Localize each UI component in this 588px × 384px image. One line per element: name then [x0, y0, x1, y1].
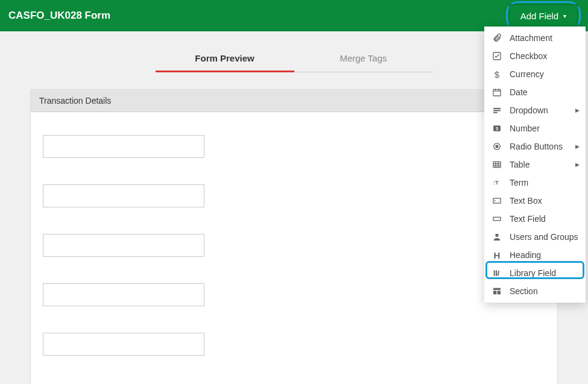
svg-rect-18 — [493, 198, 501, 203]
menu-label: Dropdown — [510, 105, 548, 115]
svg-rect-23 — [496, 270, 497, 275]
tab-form-preview[interactable]: Form Preview — [156, 47, 294, 72]
menu-label: Section — [510, 286, 538, 296]
menu-item-attachment[interactable]: Attachment — [484, 29, 586, 47]
chevron-right-icon: ▶ — [575, 162, 580, 168]
menu-item-usersgroups[interactable]: Users and Groups — [484, 228, 586, 246]
menu-item-date[interactable]: Date — [484, 83, 586, 101]
number-icon: 5 — [492, 123, 502, 134]
chevron-down-icon: ▾ — [563, 13, 566, 19]
svg-rect-6 — [493, 110, 501, 111]
add-field-button[interactable]: Add Field ▾ — [509, 4, 578, 27]
term-icon: :T — [492, 177, 502, 188]
svg-rect-20 — [493, 217, 501, 220]
form-field-3[interactable] — [43, 234, 204, 257]
svg-rect-1 — [493, 89, 501, 96]
add-field-label: Add Field — [520, 11, 558, 21]
form-field-4[interactable] — [43, 283, 204, 306]
chevron-right-icon: ▶ — [575, 107, 580, 113]
add-field-highlight: Add Field ▾ — [506, 1, 581, 30]
textbox-icon — [492, 195, 502, 206]
menu-item-radio[interactable]: Radio Buttons ▶ — [484, 137, 586, 156]
section-header: Transaction Details — [31, 90, 557, 112]
add-field-dropdown: Attachment Checkbox $ Currency Date — [484, 27, 586, 303]
user-icon — [492, 231, 502, 242]
tab-merge-tags[interactable]: Merge Tags — [294, 47, 433, 72]
menu-item-term[interactable]: :T Term — [484, 174, 586, 192]
menu-label: Number — [510, 124, 540, 133]
svg-rect-27 — [498, 291, 501, 294]
menu-item-heading[interactable]: H Heading — [484, 246, 586, 264]
menu-item-library[interactable]: Library Field — [484, 264, 586, 282]
chevron-right-icon: ▶ — [575, 143, 580, 150]
menu-label: Term — [510, 178, 528, 187]
form-field-5[interactable] — [43, 333, 204, 356]
menu-label: Text Box — [510, 196, 542, 206]
checkbox-icon — [492, 51, 502, 61]
section-body — [31, 112, 557, 384]
section-icon — [492, 286, 502, 297]
form-field-1[interactable] — [43, 135, 204, 158]
app-header: CASFO_UK028 Form Add Field ▾ Attachment … — [0, 0, 588, 31]
menu-item-number[interactable]: 5 Number — [484, 119, 586, 137]
form-container: Transaction Details — [30, 89, 558, 384]
menu-label: Radio Buttons — [510, 142, 563, 151]
svg-rect-5 — [493, 108, 501, 109]
svg-rect-22 — [494, 270, 495, 275]
heading-icon: H — [492, 250, 502, 260]
menu-item-table[interactable]: Table ▶ — [484, 156, 586, 174]
menu-label: Checkbox — [510, 51, 547, 61]
form-title: CASFO_UK028 Form — [7, 10, 110, 22]
dollar-icon: $ — [492, 69, 502, 80]
menu-label: Users and Groups — [510, 232, 578, 242]
menu-label: Text Field — [510, 214, 546, 224]
menu-item-section[interactable]: Section — [484, 282, 586, 300]
svg-point-21 — [495, 234, 498, 237]
svg-rect-7 — [493, 112, 498, 113]
paperclip-icon — [492, 33, 502, 43]
form-field-2[interactable] — [43, 184, 204, 207]
svg-rect-12 — [493, 162, 501, 167]
menu-label: Heading — [510, 250, 541, 260]
menu-item-checkbox[interactable]: Checkbox — [484, 47, 586, 65]
radio-icon — [492, 141, 502, 152]
textfield-icon — [492, 213, 502, 224]
svg-point-11 — [496, 145, 498, 148]
svg-rect-24 — [498, 271, 499, 276]
svg-text::T: :T — [493, 180, 499, 186]
menu-item-textfield[interactable]: Text Field — [484, 210, 586, 228]
menu-label: Table — [510, 160, 530, 169]
menu-item-textbox[interactable]: Text Box — [484, 192, 586, 210]
svg-rect-26 — [493, 291, 496, 294]
menu-label: Library Field — [510, 268, 556, 278]
svg-text:5: 5 — [496, 127, 498, 131]
menu-label: Date — [510, 87, 528, 97]
calendar-icon — [492, 87, 502, 98]
library-icon — [492, 268, 502, 279]
menu-label: Attachment — [510, 33, 552, 43]
table-icon — [492, 159, 502, 170]
svg-rect-25 — [493, 288, 501, 290]
menu-item-dropdown[interactable]: Dropdown ▶ — [484, 101, 586, 119]
menu-item-currency[interactable]: $ Currency — [484, 65, 586, 83]
menu-label: Currency — [510, 69, 544, 79]
dropdown-icon — [492, 105, 502, 116]
